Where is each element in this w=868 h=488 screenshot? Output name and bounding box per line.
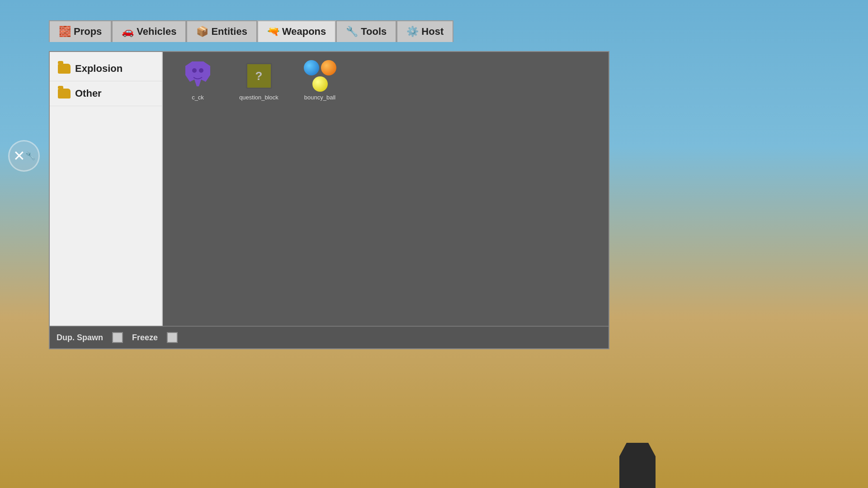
dup-spawn-checkbox[interactable] <box>112 332 123 343</box>
question-block-visual: ? <box>231 60 286 92</box>
ball-row-top <box>304 60 336 75</box>
hand-shape <box>619 443 656 488</box>
item-c-ck-label: c_ck <box>192 94 204 101</box>
item-bouncy-ball[interactable]: bouncy_ball <box>292 59 348 104</box>
ball-yellow <box>312 76 328 92</box>
svg-point-1 <box>199 68 203 73</box>
props-icon: 🧱 <box>59 26 71 38</box>
question-block-shape: ? <box>246 63 272 89</box>
sidebar-item-other-label: Other <box>75 88 102 99</box>
tab-entities[interactable]: 📦 Entities <box>186 20 257 42</box>
wrench-icon[interactable]: ✕🔧 <box>8 140 40 172</box>
tab-entities-label: Entities <box>211 26 247 38</box>
freeze-checkbox[interactable] <box>167 332 178 343</box>
bouncy-ball-visual <box>292 60 347 92</box>
freeze-label: Freeze <box>132 333 158 343</box>
item-question-block-label: question_block <box>239 94 278 101</box>
host-icon: ⚙️ <box>406 26 419 38</box>
tab-vehicles-label: Vehicles <box>137 26 176 38</box>
content-area: Explosion Other c_ck <box>49 51 609 349</box>
tab-host[interactable]: ⚙️ Host <box>396 20 453 42</box>
tab-props-label: Props <box>74 26 102 38</box>
tools-icon: 🔧 <box>346 26 358 38</box>
tab-tools-label: Tools <box>361 26 387 38</box>
dup-spawn-label: Dup. Spawn <box>57 333 103 343</box>
content-body: Explosion Other c_ck <box>50 52 609 326</box>
ball-orange <box>321 60 336 75</box>
svg-point-0 <box>192 68 197 73</box>
ball-blue <box>304 60 319 75</box>
question-mark: ? <box>255 69 263 83</box>
bottom-bar: Dup. Spawn Freeze <box>50 326 609 348</box>
folder-icon-explosion <box>58 64 71 74</box>
items-grid: c_ck ? question_block <box>163 52 609 326</box>
weapons-icon: 🔫 <box>267 26 279 38</box>
sidebar: Explosion Other <box>50 52 163 326</box>
folder-icon-other <box>58 89 71 99</box>
item-question-block[interactable]: ? question_block <box>231 59 287 104</box>
tab-weapons[interactable]: 🔫 Weapons <box>257 20 336 42</box>
tab-props[interactable]: 🧱 Props <box>49 20 112 42</box>
tab-bar: 🧱 Props 🚗 Vehicles 📦 Entities 🔫 Weapons … <box>49 20 453 42</box>
c-ck-svg <box>185 61 210 91</box>
tab-vehicles[interactable]: 🚗 Vehicles <box>112 20 186 42</box>
bottom-hand <box>610 434 665 488</box>
entities-icon: 📦 <box>196 26 208 38</box>
c-ck-visual <box>170 60 225 92</box>
tab-tools[interactable]: 🔧 Tools <box>336 20 396 42</box>
sidebar-item-explosion[interactable]: Explosion <box>50 56 162 81</box>
sidebar-item-explosion-label: Explosion <box>75 63 123 75</box>
sidebar-item-other[interactable]: Other <box>50 81 162 106</box>
item-bouncy-ball-label: bouncy_ball <box>304 94 335 101</box>
item-c-ck[interactable]: c_ck <box>170 59 226 104</box>
vehicles-icon: 🚗 <box>122 26 134 38</box>
tab-host-label: Host <box>421 26 443 38</box>
tab-weapons-label: Weapons <box>282 26 326 38</box>
bouncy-ball-group <box>304 60 336 92</box>
